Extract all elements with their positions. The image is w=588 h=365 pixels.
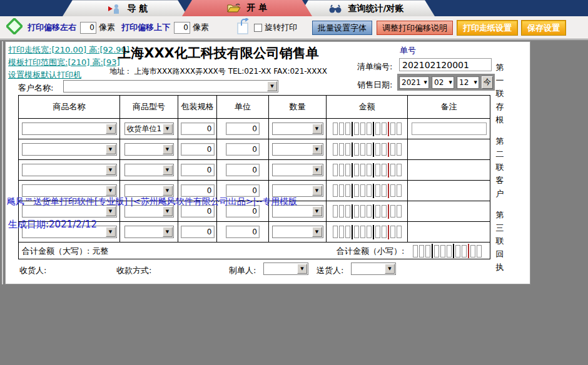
tab-navigation-label: 导 航 (128, 3, 148, 14)
chevron-down-icon: ▼ (163, 227, 173, 237)
tab-billing[interactable]: 开 单 (182, 0, 312, 16)
chevron-down-icon: ▼ (312, 186, 322, 196)
quantity-dropdown[interactable]: ▼ (272, 143, 323, 156)
col-header-remark: 备注 (408, 96, 490, 119)
product-name-dropdown[interactable]: ▼ (22, 122, 117, 135)
total-lower-label: 合计金额（小写）: (337, 246, 404, 257)
payment-method-label: 收款方式: (116, 265, 151, 276)
customer-dropdown[interactable]: ▼ (63, 80, 278, 92)
list-no-input[interactable] (399, 58, 492, 71)
amount-grid[interactable] (413, 244, 482, 258)
col-header-name: 商品名称 (19, 96, 120, 119)
quantity-dropdown[interactable]: ▼ (272, 184, 323, 197)
quantity-dropdown[interactable]: ▼ (272, 122, 323, 135)
generated-date: 生成日期:2021/2/12 (8, 219, 97, 231)
quantity-dropdown[interactable]: ▼ (272, 226, 323, 238)
table-row: ▼ 收货单位1▼ ▼ (19, 119, 490, 139)
offset-ud-input[interactable] (174, 22, 190, 34)
chevron-down-icon: ▼ (423, 80, 428, 85)
spec-input[interactable] (181, 122, 215, 135)
year-dropdown[interactable]: 2021▼ (399, 76, 429, 89)
unit-input[interactable] (226, 184, 260, 197)
quantity-dropdown[interactable]: ▼ (272, 164, 323, 176)
left-splitter[interactable] (2, 41, 3, 284)
unit-input[interactable] (226, 164, 260, 176)
product-name-dropdown[interactable]: ▼ (22, 205, 117, 218)
chevron-down-icon: ▼ (312, 144, 322, 154)
chevron-down-icon: ▼ (385, 264, 395, 274)
offset-ud-label: 打印偏移上下 (121, 22, 170, 33)
amount-grid[interactable] (333, 142, 402, 157)
chevron-down-icon: ▼ (163, 144, 173, 154)
quantity-dropdown[interactable]: ▼ (272, 205, 323, 218)
spec-input[interactable] (181, 143, 215, 156)
customer-name-label: 客户名称: (18, 82, 53, 94)
app-window: 导 航 开 单 查询统计/对账 打印偏移左右 像素 打印偏移上下 像素 旋转 (0, 0, 588, 365)
list-no-label: 清单编号: (357, 61, 392, 72)
chevron-down-icon: ▼ (312, 206, 322, 216)
spec-input[interactable] (181, 205, 215, 218)
col-header-model: 商品型号 (120, 96, 178, 119)
unit-input[interactable] (226, 205, 260, 218)
sale-date-label: 销售日期: (357, 79, 392, 91)
amount-grid[interactable] (333, 122, 402, 136)
batch-font-button[interactable]: 批量设置字体 (312, 21, 372, 35)
product-model-dropdown[interactable]: ▼ (124, 164, 174, 176)
rotate-print-checkbox[interactable] (254, 24, 262, 32)
amount-grid[interactable] (333, 184, 402, 198)
invoice-title: 上海XXX化工科技有限公司销售单 (81, 44, 356, 62)
unit-input[interactable] (226, 226, 260, 238)
amount-grid[interactable] (333, 163, 402, 178)
spec-input[interactable] (181, 164, 215, 176)
order-maker-dropdown[interactable]: ▼ (263, 262, 308, 275)
binoculars-icon (329, 4, 342, 13)
default-printer-link[interactable]: 设置模板默认打印机 (8, 69, 129, 81)
col-header-amount: 金额 (327, 96, 408, 119)
chevron-down-icon: ▼ (473, 80, 479, 85)
unit-input[interactable] (226, 143, 260, 156)
table-row: ▼ ▼ ▼ (19, 181, 490, 201)
product-model-dropdown[interactable]: ▼ (124, 184, 174, 197)
tab-query-stats-label: 查询统计/对账 (348, 3, 403, 14)
month-dropdown[interactable]: 02▼ (432, 76, 454, 89)
today-button[interactable]: 今 (482, 76, 493, 89)
diamond-icon (6, 18, 23, 37)
tab-query-stats[interactable]: 查询统计/对账 (298, 0, 435, 16)
invoice-panel: 打印走纸宽:[210.00] 高:[92.90] 模板打印范围宽:[210] 高… (5, 41, 530, 284)
product-name-dropdown[interactable]: ▼ (22, 143, 117, 156)
chevron-down-icon: ▼ (312, 227, 322, 237)
amount-grid[interactable] (333, 225, 402, 239)
remark-input[interactable] (412, 122, 487, 135)
unit-input[interactable] (226, 122, 260, 135)
chevron-down-icon: ▼ (448, 80, 454, 85)
amount-grid[interactable] (333, 204, 402, 219)
table-row: ▼ ▼ ▼ (19, 160, 490, 181)
chevron-down-icon: ▼ (312, 165, 322, 175)
total-row: 合计金额（大写）: 元整 合计金额（小写）: (19, 242, 490, 259)
items-table: 商品名称 商品型号 包装规格 单位 数量 金额 备注 ▼ 收货单位1▼ ▼ (18, 95, 490, 259)
save-settings-button[interactable]: 保存设置 (522, 21, 565, 35)
deliverer-dropdown[interactable]: ▼ (351, 262, 396, 275)
spec-input[interactable] (181, 184, 215, 197)
tab-navigation[interactable]: 导 航 (63, 0, 188, 16)
chevron-down-icon: ▼ (163, 124, 173, 134)
chevron-down-icon: ▼ (163, 186, 173, 196)
product-model-dropdown[interactable]: ▼ (124, 143, 174, 156)
chevron-down-icon: ▼ (297, 264, 307, 274)
chevron-down-icon: ▼ (106, 124, 116, 134)
product-name-dropdown[interactable]: ▼ (22, 184, 117, 197)
chevron-down-icon: ▼ (106, 165, 116, 175)
offset-help-button[interactable]: 调整打印偏移说明 (377, 21, 453, 35)
product-model-dropdown[interactable]: ▼ (124, 205, 174, 218)
product-model-dropdown[interactable]: 收货单位1▼ (124, 122, 174, 135)
table-row: ▼ ▼ ▼ (19, 139, 490, 160)
product-model-dropdown[interactable]: ▼ (124, 226, 174, 238)
spec-input[interactable] (181, 226, 215, 238)
paper-feed-button[interactable]: 打印走纸设置 (457, 21, 517, 35)
chevron-down-icon: ▼ (267, 81, 277, 91)
rotate-print-label: 旋转打印 (265, 22, 297, 33)
day-dropdown[interactable]: 12▼ (457, 76, 479, 89)
px-label-2: 像素 (193, 22, 209, 33)
product-name-dropdown[interactable]: ▼ (22, 164, 117, 176)
offset-lr-input[interactable] (80, 22, 96, 34)
